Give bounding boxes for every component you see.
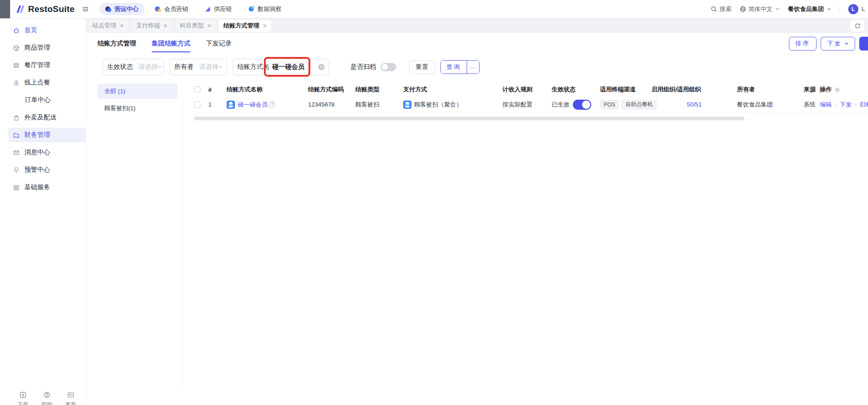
subtab-group-settlement[interactable]: 集团结账方式 [152, 33, 190, 54]
help-button[interactable]: 帮助 [41, 391, 52, 405]
divider [839, 6, 840, 13]
horizontal-scrollbar[interactable] [194, 117, 744, 120]
close-icon[interactable] [164, 24, 167, 28]
topbar-right: 搜索 简体中文 餐饮食品集团 L L [711, 4, 868, 14]
row-owner: 餐饮食品集团 [737, 101, 804, 109]
row-status-label: 已生效 [552, 101, 570, 109]
bulb-icon [13, 167, 20, 174]
chevron-down-icon [218, 66, 223, 68]
brand-logo[interactable]: RestoSuite [16, 4, 74, 14]
tab-payment-terminal[interactable]: 支付终端 [131, 20, 172, 32]
name-filter-value[interactable]: 碰一碰会员 [269, 63, 304, 71]
filter-bar: 生效状态 请选择 所有者 请选择 结账方式名称 碰一碰会员 是否归档 [103, 59, 868, 75]
sidebar-item-delivery[interactable]: 外卖及配送 [8, 110, 86, 125]
reset-button[interactable]: 重置 [409, 60, 435, 74]
sidebar-item-restaurant[interactable]: 餐厅管理 [8, 58, 86, 73]
dispatch-button[interactable]: 下发 [821, 37, 855, 51]
more-filters-button[interactable]: ··· [467, 61, 479, 73]
header-status: 生效状态 [552, 85, 600, 94]
row-source: 系统 [804, 101, 820, 109]
help-icon [43, 391, 51, 399]
header-index: # [208, 86, 227, 93]
archive-filter: 是否归档 [350, 63, 396, 71]
archive-action[interactable]: 归档 [860, 101, 868, 109]
sidebar-collapse-icon[interactable] [82, 6, 89, 13]
close-icon[interactable] [263, 24, 267, 28]
supply-chain-icon [205, 6, 211, 12]
status-filter-select[interactable]: 生效状态 请选择 [103, 59, 164, 75]
globe-icon [740, 6, 746, 12]
nav-item-operation-center[interactable]: 营运中心 [99, 3, 144, 15]
add-button[interactable]: 添加 [859, 37, 868, 51]
row-checkbox[interactable] [194, 101, 200, 108]
header-org: 启用组织/适用组织 [651, 85, 737, 94]
query-button[interactable]: 查询 [441, 61, 467, 73]
sidebar-item-online-ordering[interactable]: 线上点餐 [8, 75, 86, 90]
member-marketing-icon [155, 6, 161, 12]
nav-item-member-marketing[interactable]: 会员营销 [149, 3, 194, 15]
window-corner-block [0, 0, 10, 18]
sidebar-item-products[interactable]: 商品管理 [8, 40, 86, 55]
divider: | [835, 101, 836, 108]
archive-toggle[interactable] [381, 63, 396, 71]
sidebar-item-order-center[interactable]: 订单中心 [8, 93, 86, 107]
tab-settlement-method[interactable]: 结账方式管理 [219, 20, 271, 32]
subtab-dispatch-records[interactable]: 下发记录 [206, 33, 232, 54]
query-button-group: 查询 ··· [440, 60, 480, 74]
sidebar-item-basic-services[interactable]: 基础服务 [8, 180, 86, 195]
data-insight-icon [248, 6, 254, 12]
dispatch-action[interactable]: 下发 [839, 101, 851, 109]
download-button[interactable]: 下载 [17, 391, 29, 405]
sidebar-item-messages[interactable]: 消息中心 [8, 145, 86, 160]
changelog-button[interactable]: 更新 [65, 391, 76, 405]
terminal-tag-pos: POS [600, 100, 619, 109]
header-income-rule: 计收入规则 [503, 85, 552, 94]
question-circle-icon[interactable] [269, 101, 275, 108]
chevron-down-icon [158, 66, 162, 68]
avatar[interactable]: L [848, 4, 858, 14]
sidebar-item-finance[interactable]: 财务管理 [8, 128, 86, 142]
sidebar-item-home[interactable]: 首页 [8, 23, 86, 38]
grid-icon [13, 184, 20, 191]
chevron-down-icon [776, 8, 780, 11]
name-filter-input[interactable]: 结账方式名称 碰一碰会员 [233, 59, 329, 75]
store-icon [13, 62, 20, 69]
global-search[interactable]: 搜索 [711, 5, 731, 13]
nav-item-supply-chain[interactable]: 供应链 [199, 3, 238, 15]
changelog-icon [67, 391, 74, 399]
category-item-customer-scanned[interactable]: 顾客被扫(1) [97, 101, 177, 116]
open-tabs-strip: 站点管理 支付终端 科目类型 结账方式管理 [86, 18, 868, 33]
header-name: 结账方式名称 [227, 85, 308, 94]
settlement-name-link[interactable]: 碰一碰会员 [238, 101, 268, 109]
row-index: 1 [208, 101, 227, 108]
column-settings-gear-icon[interactable] [834, 87, 840, 93]
sidebar: 首页 商品管理 餐厅管理 线上点餐 订单中心 外卖及配送 财务管理 消息中心 [0, 18, 86, 405]
close-icon[interactable] [207, 24, 211, 28]
row-payment: 顾客被扫（聚合） [414, 101, 462, 109]
subtab-settlement-management[interactable]: 结账方式管理 [97, 33, 136, 54]
table-row[interactable]: 1 碰一碰会员 12345678 顾客被扫 顾客被扫（聚合） 按实际配置 [194, 96, 868, 113]
owner-filter-select[interactable]: 所有者 请选择 [170, 59, 227, 75]
close-icon[interactable] [120, 24, 124, 28]
refresh-button[interactable] [851, 20, 864, 32]
subtab-row: 结账方式管理 集团结账方式 下发记录 排序 下发 添加 [86, 33, 868, 54]
row-status-toggle[interactable] [573, 100, 591, 110]
tab-site-management[interactable]: 站点管理 [88, 20, 128, 32]
tab-subject-type[interactable]: 科目类型 [175, 20, 216, 32]
chevron-down-icon [845, 42, 849, 45]
edit-action[interactable]: 编辑 [820, 101, 832, 109]
nav-item-data-insight[interactable]: 数据洞察 [242, 3, 287, 15]
search-icon [711, 6, 717, 12]
clear-input-icon[interactable] [318, 64, 325, 70]
table-header-row: # 结账方式名称 结账方式编码 结账类型 支付方式 计收入规则 生效状态 适用终… [194, 83, 868, 96]
select-all-checkbox[interactable] [194, 86, 200, 93]
user-menu[interactable]: L L [848, 4, 868, 14]
category-item-all[interactable]: 全部 (1) [97, 84, 177, 99]
org-ratio-link[interactable]: 50/51 [687, 101, 702, 108]
language-switcher[interactable]: 简体中文 [740, 5, 780, 13]
user-name: L [862, 6, 868, 12]
org-switcher[interactable]: 餐饮食品集团 [788, 5, 831, 13]
sort-button[interactable]: 排序 [789, 37, 817, 51]
sidebar-item-alerts[interactable]: 预警中心 [8, 163, 86, 177]
topbar: RestoSuite 营运中心 会员营销 供应链 数据洞察 搜索 简体中文 [0, 0, 868, 18]
